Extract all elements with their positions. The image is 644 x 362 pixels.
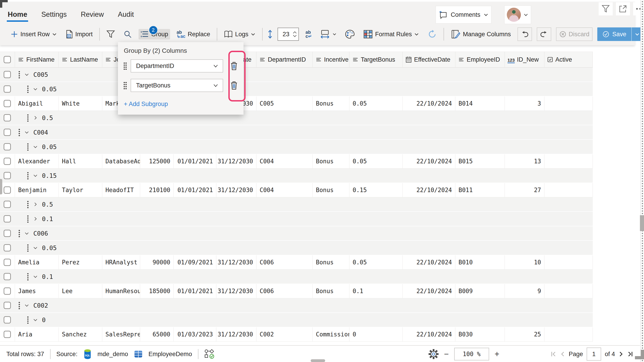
cell-lastname[interactable]: White bbox=[58, 96, 102, 110]
cell-salary[interactable]: 185000 bbox=[140, 284, 174, 298]
vertical-scrollbar[interactable] bbox=[640, 0, 644, 362]
stepper-down-icon[interactable] bbox=[292, 34, 297, 38]
cell-id_new[interactable]: 10 bbox=[504, 255, 544, 269]
row-checkbox[interactable] bbox=[4, 273, 11, 280]
chevron-down-icon[interactable] bbox=[24, 230, 30, 236]
row-checkbox[interactable] bbox=[4, 172, 11, 179]
column-header-incentive[interactable]: Incentive bbox=[312, 52, 349, 67]
row-checkbox[interactable] bbox=[4, 129, 11, 136]
column-header-departmentid[interactable]: DepartmentID bbox=[256, 52, 312, 67]
cell-incentive[interactable]: Bonus bbox=[312, 96, 349, 110]
chevron-down-icon[interactable] bbox=[32, 144, 38, 150]
group-column-select-2[interactable]: TargetBonus bbox=[130, 79, 223, 92]
row-checkbox[interactable] bbox=[4, 158, 11, 165]
row-menu-icon[interactable] bbox=[27, 215, 29, 223]
cell-lastname[interactable]: Perez bbox=[58, 255, 102, 269]
cell-employeeid[interactable]: B030 bbox=[455, 327, 504, 341]
column-header-id_new[interactable]: 123ID_New bbox=[504, 52, 544, 67]
row-menu-icon[interactable] bbox=[27, 273, 29, 281]
chevron-down-icon[interactable] bbox=[24, 72, 30, 77]
format-rules-button[interactable]: Format Rules bbox=[362, 28, 421, 40]
focus-mode-button[interactable] bbox=[616, 2, 630, 15]
cell-lastname[interactable]: Sanchez bbox=[58, 327, 102, 341]
row-checkbox[interactable] bbox=[4, 143, 11, 150]
cell-targetbonus[interactable]: 0.1 bbox=[349, 284, 402, 298]
tab-home[interactable]: Home bbox=[8, 10, 27, 18]
right-scrollbar-thumb[interactable] bbox=[640, 215, 644, 231]
cell-startdate[interactable]: 01/03/2023 bbox=[174, 327, 216, 341]
cell-startdate[interactable]: 01/01/2021 bbox=[174, 284, 216, 298]
comments-button[interactable]: Comments bbox=[436, 6, 492, 23]
chevron-down-icon[interactable] bbox=[24, 129, 30, 135]
cell-salary[interactable]: 90000 bbox=[140, 255, 174, 269]
cell-salary[interactable]: 210100 bbox=[140, 183, 174, 197]
user-menu[interactable] bbox=[504, 5, 531, 24]
cell-enddate[interactable]: 31/12/2030 bbox=[216, 154, 256, 168]
cell-departmentid[interactable]: C006 bbox=[256, 255, 312, 269]
cell-enddate[interactable]: 31/12/2030 bbox=[216, 327, 256, 341]
row-checkbox[interactable] bbox=[4, 331, 11, 338]
cell-active[interactable] bbox=[544, 255, 593, 269]
tab-audit[interactable]: Audit bbox=[118, 10, 134, 18]
cell-incentive[interactable]: Commission bbox=[312, 327, 349, 341]
cell-startdate[interactable]: 01/01/2021 bbox=[174, 154, 216, 168]
row-checkbox[interactable] bbox=[4, 71, 11, 78]
column-header-targetbonus[interactable]: TargetBonus bbox=[349, 52, 402, 67]
cell-departmentid[interactable]: C005 bbox=[256, 96, 312, 110]
cell-active[interactable] bbox=[544, 154, 593, 168]
row-checkbox[interactable] bbox=[4, 288, 11, 295]
cell-lastname[interactable]: Lee bbox=[58, 284, 102, 298]
visual-filter-button[interactable] bbox=[599, 2, 613, 15]
next-page-button[interactable] bbox=[618, 351, 624, 357]
zoom-level-input[interactable]: 100 % bbox=[454, 348, 489, 361]
chevron-down-icon[interactable] bbox=[32, 245, 38, 251]
column-header-active[interactable]: Active bbox=[544, 52, 593, 67]
cell-id_new[interactable]: 3 bbox=[504, 96, 544, 110]
chevron-right-icon[interactable] bbox=[32, 115, 38, 121]
row-checkbox[interactable] bbox=[4, 85, 11, 93]
cell-effectivedate[interactable]: 22/10/2024 bbox=[402, 96, 455, 110]
cell-active[interactable] bbox=[544, 327, 593, 341]
cell-jobtitle[interactable]: HRAnalyst bbox=[102, 255, 140, 269]
row-menu-icon[interactable] bbox=[27, 316, 29, 324]
delete-group-button-2[interactable] bbox=[230, 80, 238, 91]
group-column-select-1[interactable]: DepartmentID bbox=[130, 59, 223, 72]
cell-firstname[interactable]: Aria bbox=[15, 327, 58, 341]
import-button[interactable]: Import bbox=[64, 28, 94, 40]
row-menu-icon[interactable] bbox=[18, 302, 20, 309]
cell-startdate[interactable]: 01/09/2021 bbox=[174, 255, 216, 269]
tab-review[interactable]: Review bbox=[81, 10, 104, 18]
cell-firstname[interactable]: Alexander bbox=[15, 154, 58, 168]
cell-employeeid[interactable]: B011 bbox=[455, 183, 504, 197]
cell-targetbonus[interactable]: 0.05 bbox=[349, 255, 402, 269]
zoom-in-button[interactable]: + bbox=[494, 349, 499, 359]
undo-button[interactable] bbox=[518, 27, 532, 41]
logs-button[interactable]: Logs bbox=[222, 29, 258, 39]
cell-departmentid[interactable]: C002 bbox=[256, 327, 312, 341]
first-page-button[interactable] bbox=[550, 351, 556, 357]
cell-active[interactable] bbox=[544, 183, 593, 197]
redo-button[interactable] bbox=[537, 27, 551, 41]
cell-enddate[interactable]: 31/12/2030 bbox=[216, 284, 256, 298]
chevron-down-icon[interactable] bbox=[32, 317, 38, 323]
row-checkbox[interactable] bbox=[4, 302, 11, 309]
row-menu-icon[interactable] bbox=[18, 128, 20, 136]
cell-departmentid[interactable]: C004 bbox=[256, 154, 312, 168]
column-header-lastname[interactable]: LastName bbox=[58, 52, 102, 67]
replace-button[interactable]: ab ↳ac Replace bbox=[175, 29, 212, 40]
search-button[interactable] bbox=[122, 28, 134, 40]
cell-effectivedate[interactable]: 22/10/2024 bbox=[402, 183, 455, 197]
chevron-down-icon[interactable] bbox=[32, 173, 38, 179]
row-checkbox[interactable] bbox=[4, 186, 11, 194]
insert-row-button[interactable]: Insert Row bbox=[8, 29, 59, 39]
cell-firstname[interactable]: James bbox=[15, 284, 58, 298]
cell-employeeid[interactable]: B015 bbox=[455, 154, 504, 168]
row-menu-icon[interactable] bbox=[18, 71, 20, 78]
cell-jobtitle[interactable]: SalesReprese bbox=[102, 327, 140, 341]
cell-effectivedate[interactable]: 22/10/2024 bbox=[402, 327, 455, 341]
cell-id_new[interactable]: 27 bbox=[504, 183, 544, 197]
save-button[interactable]: Save bbox=[597, 27, 643, 41]
cell-active[interactable] bbox=[544, 96, 593, 110]
cell-enddate[interactable]: 31/12/2030 bbox=[216, 183, 256, 197]
group-button[interactable]: 2 Group bbox=[138, 29, 170, 39]
